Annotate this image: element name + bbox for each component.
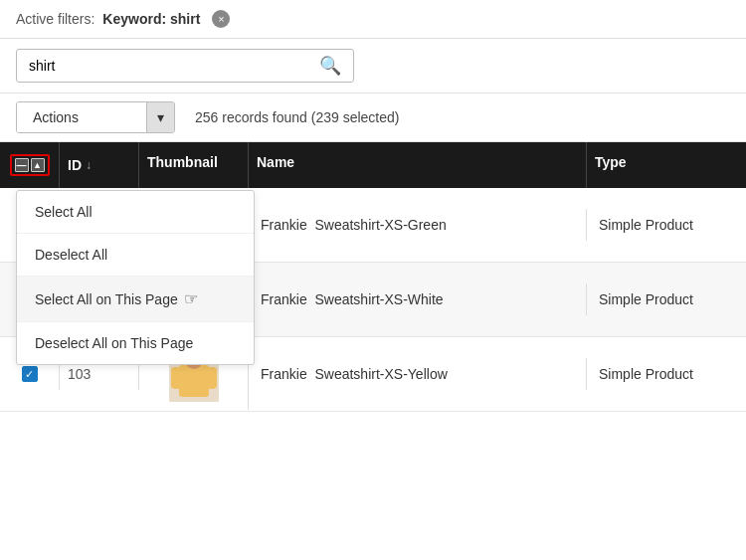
remove-filter-button[interactable]: × <box>212 10 230 28</box>
active-filters-label: Active filters: <box>16 11 94 27</box>
td-name-1-label: Frankie Sweatshirt-XS-Green <box>261 217 447 233</box>
dropdown-item-select-all[interactable]: Select All <box>17 191 254 234</box>
actions-label: Actions <box>17 102 146 132</box>
td-type-2: Simple Product <box>587 283 746 315</box>
svg-rect-4 <box>207 367 217 389</box>
td-name-3-label: Frankie Sweatshirt-XS-Yellow <box>261 366 448 382</box>
td-type-3: Simple Product <box>587 358 746 390</box>
dropdown-item-select-all-page[interactable]: Select All on This Page ☞ <box>17 277 254 322</box>
dropdown-item-deselect-all-page[interactable]: Deselect All on This Page <box>17 322 254 364</box>
select-minus-icon[interactable]: — <box>15 158 29 172</box>
table-header: — ▲ ID ↓ Thumbnail Name Type <box>0 142 746 188</box>
svg-rect-3 <box>171 367 181 389</box>
filter-keyword-tag: Keyword: shirt <box>102 11 200 27</box>
td-name-2: Frankie Sweatshirt-XS-White <box>249 283 587 315</box>
th-thumbnail: Thumbnail <box>139 142 249 188</box>
th-checkbox[interactable]: — ▲ <box>0 142 60 188</box>
active-filters-bar: Active filters: Keyword: shirt × <box>0 0 746 39</box>
row-checkbox-3[interactable]: ✓ <box>22 366 38 382</box>
td-name-3: Frankie Sweatshirt-XS-Yellow <box>249 358 587 390</box>
toolbar: Actions ▾ 256 records found (239 selecte… <box>0 93 746 142</box>
th-type-label: Type <box>595 154 627 170</box>
search-bar: 🔍 <box>0 39 746 93</box>
dropdown-item-deselect-all-page-label: Deselect All on This Page <box>35 335 193 351</box>
dropdown-item-select-all-page-label: Select All on This Page <box>35 291 178 307</box>
sort-up-icon[interactable]: ▲ <box>31 158 45 172</box>
dropdown-item-select-all-label: Select All <box>35 204 93 220</box>
th-id[interactable]: ID ↓ <box>60 142 139 188</box>
id-sort-icon[interactable]: ↓ <box>86 158 92 172</box>
td-name-1: Frankie Sweatshirt-XS-Green <box>249 209 587 241</box>
td-type-1-label: Simple Product <box>599 217 693 233</box>
th-name: Name <box>249 142 587 188</box>
search-button[interactable]: 🔍 <box>315 51 345 81</box>
search-input[interactable] <box>25 50 315 82</box>
td-name-2-label: Frankie Sweatshirt-XS-White <box>261 291 444 307</box>
th-id-label: ID <box>68 157 82 173</box>
td-type-1: Simple Product <box>587 209 746 241</box>
cursor-icon: ☞ <box>184 289 198 308</box>
dropdown-item-deselect-all[interactable]: Deselect All <box>17 234 254 277</box>
search-input-wrap: 🔍 <box>16 49 354 83</box>
table-container: — ▲ ID ↓ Thumbnail Name Type Select All … <box>0 142 746 412</box>
th-thumbnail-label: Thumbnail <box>147 154 218 170</box>
actions-dropdown[interactable]: Actions ▾ <box>16 101 175 133</box>
svg-rect-1 <box>179 365 209 397</box>
th-name-label: Name <box>257 154 294 170</box>
td-id-3-label: 103 <box>68 366 91 382</box>
records-info: 256 records found (239 selected) <box>195 109 399 125</box>
td-type-3-label: Simple Product <box>599 366 693 382</box>
th-type: Type <box>587 142 746 188</box>
actions-arrow-icon[interactable]: ▾ <box>146 102 174 132</box>
td-type-2-label: Simple Product <box>599 291 693 307</box>
dropdown-item-deselect-all-label: Deselect All <box>35 247 107 263</box>
checkbox-sort-controls[interactable]: — ▲ <box>10 154 50 176</box>
dropdown-menu: Select All Deselect All Select All on Th… <box>16 190 255 365</box>
